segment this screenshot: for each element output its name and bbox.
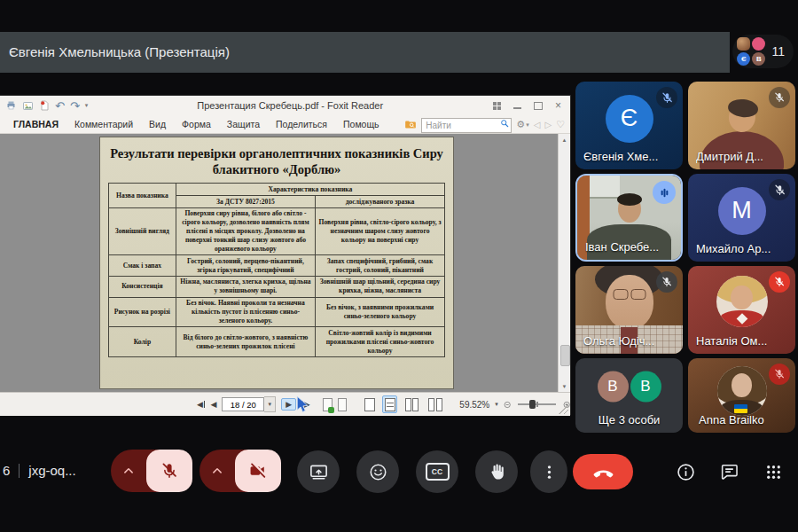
zoom-caret-icon[interactable]: ▾	[495, 401, 498, 408]
scroll-down-icon[interactable]: ▼	[559, 380, 570, 392]
chat-button[interactable]	[718, 461, 740, 483]
table-header-cell: досліджуваного зразка	[316, 196, 445, 208]
search-input[interactable]	[421, 118, 512, 133]
redo-icon[interactable]: ↷	[70, 100, 80, 112]
avatar: B	[598, 371, 629, 402]
remote-cursor	[296, 396, 309, 417]
snapshot-icon[interactable]	[22, 101, 34, 111]
participant-tile-yevheniia[interactable]: Є Євгенія Хме...	[575, 82, 683, 169]
present-screen-icon	[309, 462, 329, 482]
previous-page-button[interactable]: ◀	[210, 400, 216, 409]
tab-protect[interactable]: Защита	[219, 119, 268, 129]
single-page-view-button[interactable]	[362, 395, 377, 413]
zoom-level: 59.52%	[459, 400, 489, 410]
print-icon[interactable]	[5, 100, 17, 111]
meet-window: Євгенія Хмельницька (Презентація) Є B 11…	[0, 0, 798, 532]
avatar-group: B B	[598, 371, 661, 402]
zoom-slider[interactable]	[518, 403, 556, 405]
participant-tile-nataliia[interactable]: Наталія Ом...	[688, 266, 795, 354]
present-button[interactable]	[297, 450, 340, 493]
tab-share[interactable]: Поделиться	[268, 119, 335, 129]
restore-button[interactable]	[533, 101, 543, 110]
participant-tile-anna[interactable]: Anna Brailko	[688, 358, 795, 433]
raise-hand-button[interactable]	[475, 450, 518, 493]
participant-name: Наталія Ом...	[696, 334, 767, 348]
page-dropdown-caret-icon[interactable]: ▾	[264, 396, 276, 412]
participants-grid: Є Євгенія Хме... Дмитрий Д...	[575, 82, 795, 433]
search-options-gear-icon[interactable]: ⚙	[516, 119, 525, 130]
end-call-button[interactable]	[573, 454, 633, 489]
meeting-code: jxg-oq...	[28, 463, 75, 478]
history-back-icon[interactable]: ◁	[534, 120, 541, 129]
slide-title: Результати перевірки органолептичних пок…	[108, 145, 445, 177]
zoom-out-icon[interactable]	[504, 399, 511, 411]
vertical-scrollbar[interactable]: ▲ ▼	[558, 134, 570, 392]
tab-view[interactable]: Вид	[141, 119, 174, 129]
participant-tile-ivan[interactable]: Іван Скребе...	[575, 174, 683, 262]
participant-avatar-cluster: Є B	[737, 37, 765, 66]
avatar	[717, 366, 767, 416]
gear-caret-icon[interactable]: ▾	[526, 121, 529, 129]
activities-button[interactable]	[763, 461, 785, 483]
undo-icon[interactable]: ↶	[55, 100, 65, 112]
scrollbar-thumb[interactable]	[560, 345, 570, 366]
presenter-banner: Євгенія Хмельницька (Презентація)	[0, 32, 730, 73]
search-icon[interactable]	[499, 118, 510, 129]
participant-count-pill[interactable]: Є B 11	[732, 35, 794, 68]
page-number-input[interactable]	[222, 397, 264, 411]
table-row: Зовнішній вигляд Поверхня сиру рівна, бі…	[109, 207, 445, 254]
table-row: Консистенція Ніжна, масляниста, злегка к…	[109, 276, 445, 297]
facing-view-button[interactable]	[403, 395, 421, 413]
close-button[interactable]: ×	[553, 101, 563, 110]
participant-tile-mykhailo[interactable]: М Михайло Ар...	[688, 174, 795, 262]
tab-home[interactable]: ГЛАВНАЯ	[5, 119, 66, 129]
quick-access-toolbar: ↶ ↷ ▾	[5, 100, 88, 112]
scroll-up-icon[interactable]: ▲	[559, 134, 570, 145]
clipboard-icon[interactable]	[338, 398, 347, 411]
speaking-indicator-icon	[653, 181, 676, 204]
more-options-button[interactable]	[530, 450, 567, 493]
new-document-icon[interactable]	[39, 100, 50, 111]
camera-control[interactable]	[200, 450, 281, 492]
ui-switch-icon[interactable]	[492, 101, 502, 110]
cc-icon: CC	[426, 463, 450, 481]
first-page-button[interactable]: ◀	[197, 400, 205, 409]
participant-name: Іван Скребе...	[585, 240, 659, 254]
captions-button[interactable]: CC	[416, 450, 458, 493]
presentation-slide: Результати перевірки органолептичних пок…	[99, 137, 454, 389]
mic-off-icon	[769, 87, 790, 108]
folder-search-icon[interactable]	[404, 119, 417, 130]
participant-name: Anna Brailko	[699, 413, 764, 426]
mic-off-button[interactable]	[146, 450, 192, 492]
participant-name: Ольга Юдіч...	[583, 334, 654, 348]
snapshot-clipboard-icon[interactable]	[323, 398, 332, 411]
continuous-view-button[interactable]	[382, 395, 397, 413]
tab-help[interactable]: Помощь	[335, 119, 387, 129]
table-header-cell: За ДСТУ 8027:2015	[176, 196, 315, 208]
participant-tile-dmytro[interactable]: Дмитрий Д...	[688, 82, 795, 169]
mic-options-chevron-icon[interactable]	[111, 463, 146, 479]
camera-off-button[interactable]	[235, 450, 281, 492]
divider	[19, 464, 20, 478]
ukraine-flag-icon	[734, 404, 747, 413]
reactions-button[interactable]	[356, 450, 399, 493]
tab-comment[interactable]: Комментарий	[66, 119, 141, 129]
mic-control[interactable]	[111, 450, 192, 492]
window-controls: ×	[492, 101, 563, 110]
presenter-label: Євгенія Хмельницька (Презентація)	[9, 44, 230, 59]
zoom-slider-thumb[interactable]	[529, 400, 536, 409]
favorite-icon[interactable]: ♡	[556, 119, 565, 130]
overflow-label: Ще 3 особи	[575, 413, 683, 426]
meeting-details-button[interactable]	[675, 461, 697, 483]
overflow-participants-tile[interactable]: B B Ще 3 особи	[575, 358, 683, 433]
continuous-facing-view-button[interactable]	[426, 395, 445, 413]
tab-form[interactable]: Форма	[174, 119, 219, 129]
mic-off-icon	[160, 461, 179, 481]
camera-options-chevron-icon[interactable]	[200, 463, 235, 479]
avatar	[716, 276, 768, 327]
minimize-button[interactable]	[512, 101, 522, 110]
history-forward-icon[interactable]: ▷	[544, 120, 552, 129]
participant-tile-olha[interactable]: Ольга Юдіч...	[575, 266, 683, 354]
grid-icon	[763, 462, 784, 482]
next-page-button[interactable]: ▶	[281, 398, 296, 411]
